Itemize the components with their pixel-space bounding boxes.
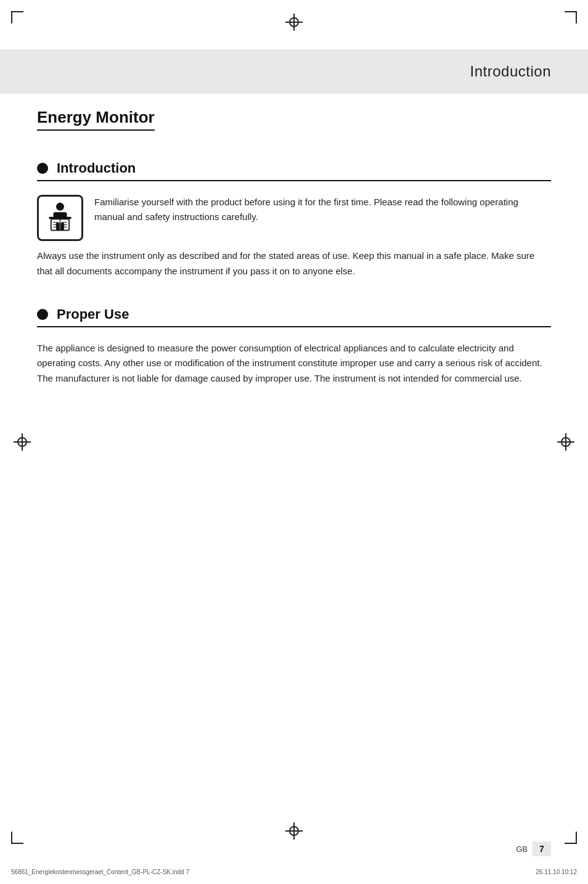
- main-title: Energy Monitor: [37, 108, 155, 131]
- reading-icon: [37, 195, 83, 241]
- crosshair-left: [14, 433, 31, 451]
- svg-rect-13: [60, 223, 64, 231]
- corner-mark-tr: [558, 11, 577, 30]
- intro-content: Familiarise yourself with the product be…: [37, 195, 551, 279]
- page-number-box: 7: [533, 841, 551, 856]
- crosshair-top: [285, 14, 303, 31]
- intro-float-block: Familiarise yourself with the product be…: [37, 195, 551, 241]
- footer-bar: GB 7: [37, 841, 551, 856]
- date-label: 26.11.10 10:12: [536, 869, 577, 875]
- introduction-heading: Introduction: [37, 160, 551, 181]
- footer-lang-label: GB: [516, 845, 528, 854]
- page-number: 7: [539, 844, 544, 854]
- svg-point-0: [56, 203, 64, 211]
- intro-float-text: Familiarise yourself with the product be…: [94, 195, 551, 241]
- crosshair-right: [557, 433, 574, 451]
- page-wrapper: Introduction Energy Monitor Introduction: [0, 0, 588, 884]
- reading-person-icon: [43, 201, 77, 235]
- proper-use-bullet: [37, 309, 48, 320]
- proper-use-heading: Proper Use: [37, 306, 551, 327]
- corner-mark-br: [558, 825, 577, 844]
- intro-section-title: Introduction: [57, 160, 136, 176]
- bottom-info: 56861_Energiekostenmessgeraet_Content_GB…: [11, 869, 577, 875]
- proper-use-text: The appliance is designed to measure the…: [37, 341, 551, 387]
- content-area: Energy Monitor Introduction: [37, 108, 551, 810]
- header-band: Introduction: [0, 49, 588, 94]
- proper-use-section-title: Proper Use: [57, 306, 129, 322]
- svg-rect-12: [56, 223, 60, 231]
- intro-body-text: Always use the instrument only as descri…: [37, 248, 551, 279]
- corner-mark-bl: [11, 825, 30, 844]
- crosshair-bottom: [285, 822, 303, 840]
- header-title: Introduction: [470, 63, 551, 80]
- filename-label: 56861_Energiekostenmessgeraet_Content_GB…: [11, 869, 189, 875]
- intro-bullet: [37, 163, 48, 174]
- corner-mark-tl: [11, 11, 30, 30]
